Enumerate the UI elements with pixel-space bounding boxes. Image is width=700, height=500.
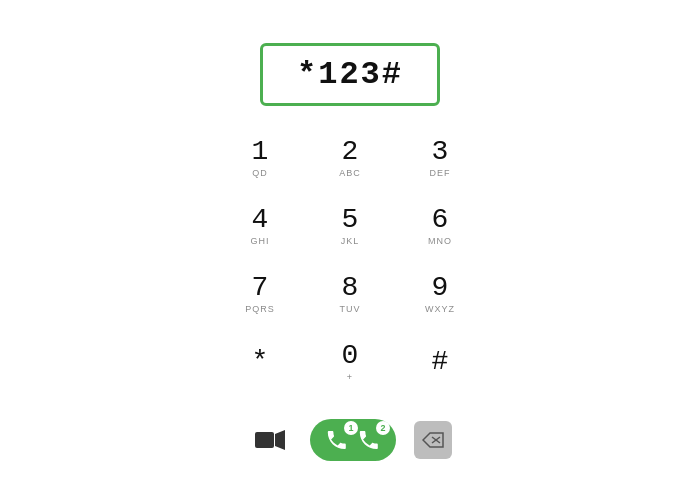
- dial-letters: PQRS: [245, 304, 275, 314]
- call1-button[interactable]: 1: [324, 427, 350, 453]
- dial-key-star[interactable]: *: [220, 330, 300, 394]
- dial-key-5[interactable]: 5JKL: [310, 194, 390, 258]
- dial-key-8[interactable]: 8TUV: [310, 262, 390, 326]
- dial-num: 2: [342, 138, 359, 166]
- call-pill[interactable]: 1 2: [310, 419, 396, 461]
- dial-letters: GHI: [250, 236, 269, 246]
- dial-letters: +: [347, 372, 353, 382]
- dial-num: 1: [252, 138, 269, 166]
- dial-letters: DEF: [430, 168, 451, 178]
- call2-button[interactable]: 2: [356, 427, 382, 453]
- dial-num: #: [432, 348, 449, 376]
- dial-key-3[interactable]: 3DEF: [400, 126, 480, 190]
- dial-letters: TUV: [340, 304, 361, 314]
- dial-num: 3: [432, 138, 449, 166]
- dial-key-0[interactable]: 0+: [310, 330, 390, 394]
- dial-num: 5: [342, 206, 359, 234]
- display-box: *123#: [260, 43, 440, 106]
- dial-key-2[interactable]: 2ABC: [310, 126, 390, 190]
- call2-badge: 2: [376, 421, 390, 435]
- dial-letters: QD: [252, 168, 268, 178]
- dial-letters: ABC: [339, 168, 361, 178]
- dial-num: 9: [432, 274, 449, 302]
- dialpad: 1QD2ABC3DEF4GHI5JKL6MNO7PQRS8TUV9WXYZ*0+…: [215, 126, 485, 394]
- video-call-button[interactable]: [248, 418, 292, 462]
- svg-marker-1: [275, 430, 285, 450]
- dial-num: 6: [432, 206, 449, 234]
- svg-rect-0: [255, 432, 274, 448]
- dial-letters: WXYZ: [425, 304, 455, 314]
- dial-num: 7: [252, 274, 269, 302]
- dial-num: 0: [342, 342, 359, 370]
- dial-letters: MNO: [428, 236, 452, 246]
- dial-key-6[interactable]: 6MNO: [400, 194, 480, 258]
- dial-letters: JKL: [341, 236, 360, 246]
- dial-num: 4: [252, 206, 269, 234]
- backspace-button[interactable]: [414, 421, 452, 459]
- action-bar: 1 2: [248, 418, 452, 462]
- dial-key-4[interactable]: 4GHI: [220, 194, 300, 258]
- dial-num: *: [252, 348, 269, 376]
- phone-dialer: *123# 1QD2ABC3DEF4GHI5JKL6MNO7PQRS8TUV9W…: [180, 27, 520, 474]
- dial-key-1[interactable]: 1QD: [220, 126, 300, 190]
- dial-key-hash[interactable]: #: [400, 330, 480, 394]
- display-text: *123#: [297, 56, 403, 93]
- dial-key-9[interactable]: 9WXYZ: [400, 262, 480, 326]
- dial-key-7[interactable]: 7PQRS: [220, 262, 300, 326]
- dial-num: 8: [342, 274, 359, 302]
